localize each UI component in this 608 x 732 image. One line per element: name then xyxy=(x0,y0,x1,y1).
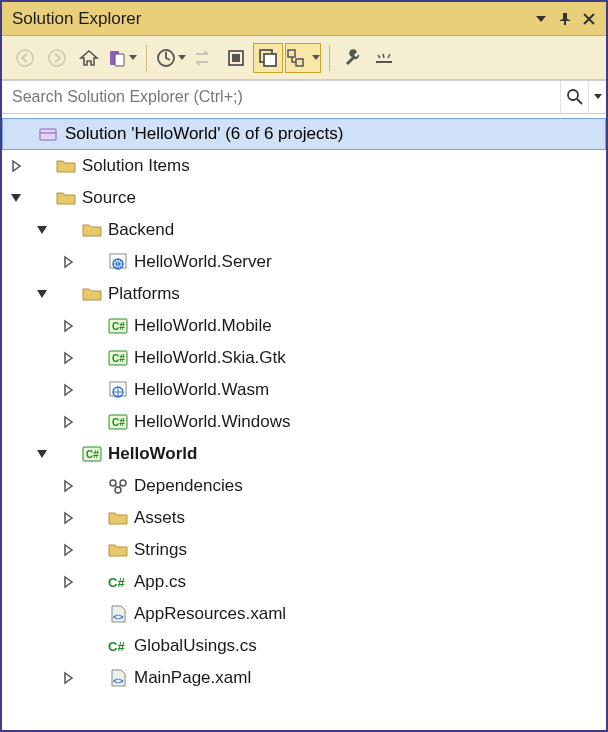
csharp-project-icon: C# xyxy=(108,348,128,368)
collapse-glyph-icon[interactable] xyxy=(34,222,50,238)
svg-text:<>: <> xyxy=(113,676,124,686)
title-bar: Solution Explorer xyxy=(2,2,606,36)
chevron-down-icon xyxy=(129,55,137,61)
tree-node-strings[interactable]: Strings xyxy=(2,534,606,566)
svg-text:C#: C# xyxy=(112,353,125,364)
tree-node-wasm[interactable]: HelloWorld.Wasm xyxy=(2,374,606,406)
solution-tree: Solution 'HelloWorld' (6 of 6 projects) … xyxy=(2,114,606,730)
chevron-down-icon xyxy=(178,55,186,61)
folder-icon xyxy=(108,540,128,560)
tree-node-server[interactable]: HelloWorld.Server xyxy=(2,246,606,278)
collapse-glyph-icon[interactable] xyxy=(34,286,50,302)
expand-glyph-icon[interactable] xyxy=(60,254,76,270)
chevron-down-icon xyxy=(312,55,320,61)
expand-glyph-icon[interactable] xyxy=(60,510,76,526)
tree-node-platforms[interactable]: Platforms xyxy=(2,278,606,310)
solution-label: Solution 'HelloWorld' (6 of 6 projects) xyxy=(65,124,343,144)
svg-rect-10 xyxy=(296,59,303,66)
home-button[interactable] xyxy=(74,43,104,73)
svg-text:C#: C# xyxy=(108,639,125,654)
tree-node-appresources-xaml[interactable]: <> AppResources.xaml xyxy=(2,598,606,630)
tree-node-solution-items[interactable]: Solution Items xyxy=(2,150,606,182)
tree-node-dependencies[interactable]: Dependencies xyxy=(2,470,606,502)
expand-glyph-icon[interactable] xyxy=(60,350,76,366)
search-options-dropdown[interactable] xyxy=(588,81,606,113)
dependencies-icon xyxy=(108,476,128,496)
filter-button[interactable] xyxy=(155,43,187,73)
xaml-file-icon: <> xyxy=(108,604,128,624)
search-bar xyxy=(2,80,606,114)
tree-node-mobile[interactable]: C# HelloWorld.Mobile xyxy=(2,310,606,342)
tree-node-helloworld[interactable]: C# HelloWorld xyxy=(2,438,606,470)
svg-text:C#: C# xyxy=(112,321,125,332)
expand-glyph-icon[interactable] xyxy=(60,670,76,686)
csharp-project-icon: C# xyxy=(82,444,102,464)
folder-icon xyxy=(56,156,76,176)
pin-icon[interactable] xyxy=(554,8,576,30)
tree-node-backend[interactable]: Backend xyxy=(2,214,606,246)
window-options-icon[interactable] xyxy=(530,8,552,30)
toolbar-separator xyxy=(146,45,147,71)
collapse-glyph-icon[interactable] xyxy=(34,446,50,462)
svg-point-11 xyxy=(568,90,578,100)
expand-glyph-icon[interactable] xyxy=(8,158,24,174)
svg-rect-12 xyxy=(40,129,56,140)
svg-rect-3 xyxy=(115,54,124,66)
tree-node-globalusings-cs[interactable]: C# GlobalUsings.cs xyxy=(2,630,606,662)
svg-rect-8 xyxy=(264,54,276,66)
svg-text:C#: C# xyxy=(86,449,99,460)
tree-node-skia[interactable]: C# HelloWorld.Skia.Gtk xyxy=(2,342,606,374)
panel-title: Solution Explorer xyxy=(12,9,528,29)
tree-node-windows[interactable]: C# HelloWorld.Windows xyxy=(2,406,606,438)
tree-node-mainpage-xaml[interactable]: <> MainPage.xaml xyxy=(2,662,606,694)
svg-point-27 xyxy=(115,487,121,493)
folder-icon xyxy=(82,284,102,304)
csharp-file-icon: C# xyxy=(108,572,128,592)
csharp-project-icon: C# xyxy=(108,316,128,336)
search-input[interactable] xyxy=(2,81,560,113)
expand-glyph-icon[interactable] xyxy=(60,478,76,494)
folder-icon xyxy=(108,508,128,528)
svg-text:C#: C# xyxy=(112,417,125,428)
csharp-project-icon: C# xyxy=(108,412,128,432)
folder-icon xyxy=(82,220,102,240)
svg-point-0 xyxy=(17,50,33,66)
solution-icon xyxy=(39,124,59,144)
svg-point-1 xyxy=(49,50,65,66)
web-project-icon xyxy=(108,380,128,400)
forward-button[interactable] xyxy=(42,43,72,73)
xaml-file-icon: <> xyxy=(108,668,128,688)
expand-glyph-icon[interactable] xyxy=(60,574,76,590)
web-project-icon xyxy=(108,252,128,272)
preview-button[interactable] xyxy=(370,43,400,73)
toolbar-separator xyxy=(329,45,330,71)
svg-rect-6 xyxy=(232,54,240,62)
csharp-file-icon: C# xyxy=(108,636,128,656)
folder-icon xyxy=(56,188,76,208)
collapse-glyph-icon[interactable] xyxy=(8,190,24,206)
tree-node-source[interactable]: Source xyxy=(2,182,606,214)
svg-text:<>: <> xyxy=(113,612,124,622)
expand-glyph-icon[interactable] xyxy=(60,414,76,430)
properties-button[interactable] xyxy=(338,43,368,73)
tree-node-app-cs[interactable]: C# App.cs xyxy=(2,566,606,598)
expand-glyph-icon[interactable] xyxy=(60,318,76,334)
collapse-all-button[interactable] xyxy=(253,43,283,73)
switch-views-button[interactable] xyxy=(106,43,138,73)
expand-glyph-icon[interactable] xyxy=(60,542,76,558)
search-icon[interactable] xyxy=(560,81,588,113)
refresh-button[interactable] xyxy=(221,43,251,73)
tree-node-assets[interactable]: Assets xyxy=(2,502,606,534)
expand-glyph-icon[interactable] xyxy=(60,382,76,398)
toolbar xyxy=(2,36,606,80)
back-button[interactable] xyxy=(10,43,40,73)
sync-button[interactable] xyxy=(189,43,219,73)
svg-text:C#: C# xyxy=(108,575,125,590)
show-all-files-button[interactable] xyxy=(285,43,321,73)
solution-node[interactable]: Solution 'HelloWorld' (6 of 6 projects) xyxy=(2,118,606,150)
svg-rect-9 xyxy=(288,50,295,57)
close-icon[interactable] xyxy=(578,8,600,30)
